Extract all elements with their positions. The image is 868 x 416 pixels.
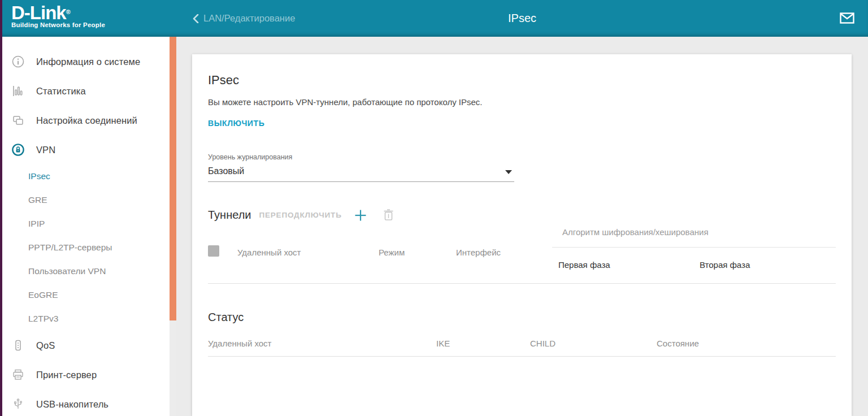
- ipsec-card: IPsec Вы можете настроить VPN-туннели, р…: [192, 54, 852, 416]
- connections-icon: [11, 114, 25, 127]
- sidebar: Информация о системе Статистика Настройк…: [2, 37, 170, 416]
- sidebar-subitem-label: L2TPv3: [28, 314, 58, 324]
- add-tunnel-button[interactable]: [354, 209, 367, 222]
- sidebar-item-ipsec[interactable]: IPsec: [2, 164, 170, 188]
- status-title: Статус: [208, 311, 836, 324]
- sidebar-subitem-label: IPsec: [28, 171, 50, 181]
- sidebar-subitem-label: Пользователи VPN: [28, 266, 106, 276]
- sidebar-item-label: VPN: [36, 145, 55, 155]
- tunnels-col-group-algorithms: Алгоритм шифрования/хеширования: [562, 227, 709, 237]
- sidebar-scrollbar-thumb[interactable]: [170, 37, 176, 320]
- sidebar-item-label: USB-накопитель: [36, 399, 108, 410]
- tunnels-col-phase2: Вторая фаза: [700, 260, 750, 270]
- info-icon: [11, 55, 25, 68]
- sidebar-item-label: Принт-сервер: [36, 370, 97, 380]
- sidebar-item-label: QoS: [36, 340, 55, 351]
- sidebar-subitem-label: EoGRE: [28, 290, 58, 300]
- sidebar-item-eogre[interactable]: EoGRE: [2, 283, 170, 307]
- tunnels-col-interface: Интерфейс: [456, 248, 501, 257]
- sidebar-item-vpn-users[interactable]: Пользователи VPN: [2, 259, 170, 283]
- dropdown-arrow-icon: [505, 170, 512, 174]
- logo-wordmark: D-Link®: [11, 5, 176, 21]
- sidebar-item-print-server[interactable]: Принт-сервер: [2, 360, 170, 389]
- log-level-select[interactable]: Базовый: [208, 166, 514, 182]
- breadcrumb[interactable]: LAN/Редактирование: [192, 0, 295, 37]
- reconnect-button[interactable]: ПЕРЕПОДКЛЮЧИТЬ: [259, 211, 341, 219]
- sidebar-item-connections[interactable]: Настройка соединений: [2, 106, 170, 135]
- log-level-label: Уровень журналирования: [208, 153, 514, 161]
- tunnels-table: Удаленный хост Режим Интерфейс Алгоритм …: [208, 231, 836, 284]
- main-area: IPsec Вы можете настроить VPN-туннели, р…: [176, 37, 868, 416]
- qos-icon: [11, 339, 25, 352]
- chevron-left-icon: [192, 14, 199, 23]
- stats-icon: [11, 84, 25, 98]
- sidebar-item-system-info[interactable]: Информация о системе: [2, 47, 170, 76]
- status-col-remote-host: Удаленный хост: [208, 339, 272, 348]
- tunnels-section-header: Туннели ПЕРЕПОДКЛЮЧИТЬ: [208, 209, 836, 222]
- mail-icon[interactable]: [840, 12, 854, 24]
- status-col-child: CHILD: [530, 339, 555, 348]
- status-col-ike: IKE: [436, 339, 450, 348]
- disable-button[interactable]: ВЫКЛЮЧИТЬ: [208, 119, 264, 128]
- registered-mark: ®: [66, 8, 70, 15]
- card-description: Вы можете настроить VPN-туннели, работаю…: [208, 97, 836, 107]
- breadcrumb-label: LAN/Редактирование: [203, 13, 295, 24]
- log-level-field: Уровень журналирования Базовый: [208, 153, 514, 182]
- vpn-lock-icon: [11, 143, 25, 157]
- sidebar-subitem-label: IPIP: [28, 219, 45, 229]
- tunnels-col-phase1: Первая фаза: [558, 260, 610, 270]
- top-header: D-Link® Building Networks for People LAN…: [0, 0, 868, 37]
- sidebar-item-gre[interactable]: GRE: [2, 188, 170, 212]
- sidebar-item-statistics[interactable]: Статистика: [2, 76, 170, 106]
- tunnels-col-remote-host: Удаленный хост: [237, 248, 301, 257]
- sidebar-item-vpn[interactable]: VPN: [2, 135, 170, 164]
- tunnels-col-mode: Режим: [379, 248, 405, 257]
- sidebar-item-qos[interactable]: QoS: [2, 331, 170, 360]
- window-edge-strip: [0, 0, 2, 416]
- sidebar-item-usb-storage[interactable]: USB-накопитель: [2, 389, 170, 416]
- logo-tagline: Building Networks for People: [11, 21, 176, 28]
- algo-group-divider: [552, 247, 836, 248]
- card-title: IPsec: [208, 73, 836, 88]
- sidebar-item-ipip[interactable]: IPIP: [2, 212, 170, 236]
- tunnels-title: Туннели: [208, 209, 251, 222]
- sidebar-item-label: Статистика: [36, 86, 86, 97]
- brand-logo: D-Link® Building Networks for People: [0, 0, 176, 37]
- sidebar-nav: Информация о системе Статистика Настройк…: [2, 37, 170, 416]
- usb-icon: [11, 397, 25, 411]
- status-table: Удаленный хост IKE CHILD Состояние: [208, 324, 836, 357]
- app-window: D-Link® Building Networks for People LAN…: [0, 0, 868, 416]
- select-all-checkbox[interactable]: [208, 245, 219, 257]
- sidebar-scrollbar[interactable]: [170, 37, 176, 416]
- printer-icon: [11, 368, 25, 382]
- delete-tunnel-button[interactable]: [383, 209, 395, 222]
- header-content: LAN/Редактирование IPsec: [176, 0, 868, 37]
- sidebar-item-l2tpv3[interactable]: L2TPv3: [2, 307, 170, 331]
- sidebar-subitem-label: PPTP/L2TP-серверы: [28, 242, 112, 253]
- sidebar-item-label: Информация о системе: [36, 57, 140, 67]
- status-col-state: Состояние: [657, 339, 699, 348]
- sidebar-item-pptp-l2tp[interactable]: PPTP/L2TP-серверы: [2, 236, 170, 259]
- sidebar-subitem-label: GRE: [28, 195, 47, 205]
- vpn-submenu: IPsec GRE IPIP PPTP/L2TP-серверы Пользов…: [2, 164, 170, 331]
- sidebar-item-label: Настройка соединений: [36, 115, 137, 126]
